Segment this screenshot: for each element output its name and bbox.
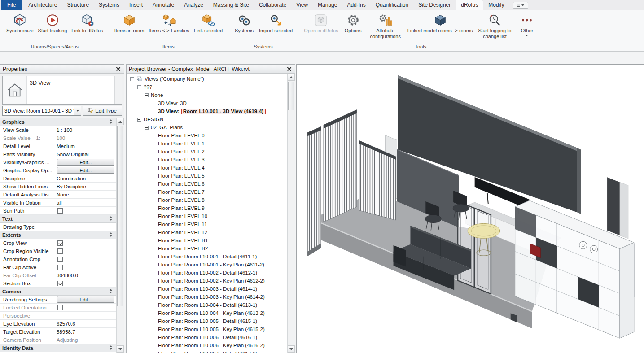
ribbon-tab-annotate[interactable]: Annotate	[148, 0, 179, 10]
tree-expander-icon[interactable]	[137, 85, 141, 89]
property-value[interactable]	[55, 207, 116, 214]
scrollbar-thumb[interactable]	[288, 82, 294, 110]
balcony-railing-mid[interactable]	[324, 110, 357, 222]
property-value[interactable]: all	[55, 199, 116, 206]
tree-item-floor-plan-room-l10-006-key-plan-4616-2[interactable]: Floor Plan: Room L10-006 - Key Plan (461…	[127, 341, 287, 349]
property-value[interactable]: By Discipline	[55, 183, 116, 190]
tree-item-floor-plan-level-b1[interactable]: Floor Plan: LEVEL B1	[127, 236, 287, 244]
property-value[interactable]: Medium	[55, 142, 116, 150]
tree-item-floor-plan-level-2[interactable]: Floor Plan: LEVEL 2	[127, 148, 287, 156]
property-section-camera[interactable]: Camera	[0, 288, 116, 296]
ribbon-button-start-tracking[interactable]: Start tracking	[36, 12, 69, 35]
tree-item-02-ga-plans[interactable]: 02_GA_Plans	[127, 123, 287, 131]
tree-item-floor-plan-room-l10-005-key-plan-4615-2[interactable]: Floor Plan: Room L10-005 - Key Plan (461…	[127, 325, 287, 333]
tree-item-none[interactable]: None	[127, 91, 287, 99]
property-value[interactable]: None	[55, 191, 116, 198]
property-value[interactable]: Edit...	[55, 296, 116, 303]
balcony-railing-left[interactable]	[307, 127, 321, 256]
tree-expander-icon[interactable]	[137, 118, 141, 122]
checkbox[interactable]	[57, 281, 63, 286]
tree-item-floor-plan-level-8[interactable]: Floor Plan: LEVEL 8	[127, 196, 287, 204]
checkbox[interactable]	[57, 208, 63, 214]
tree-item-floor-plan-level-3[interactable]: Floor Plan: LEVEL 3	[127, 156, 287, 164]
ribbon-tab-manage[interactable]: Manage	[313, 0, 342, 10]
tree-item-floor-plan-room-l10-003-key-plan-4614-2[interactable]: Floor Plan: Room L10-003 - Key Plan (461…	[127, 293, 287, 301]
tree-item-3d-view-3d[interactable]: 3D View: 3D	[127, 99, 287, 107]
property-value[interactable]: Adjusting	[55, 336, 116, 344]
tree-expander-icon[interactable]	[130, 77, 134, 81]
collapse-chevron-icon[interactable]	[108, 345, 114, 351]
tree-item-floor-plan-room-l10-007-detail-4617-1[interactable]: Floor Plan: Room L10-007 - Detail (4617-…	[127, 349, 287, 353]
tree-item-floor-plan-room-l10-004-key-plan-4613-2[interactable]: Floor Plan: Room L10-004 - Key Plan (461…	[127, 309, 287, 317]
edit-type-button[interactable]: Edit Type	[83, 106, 122, 116]
collapse-chevron-icon[interactable]	[108, 216, 114, 222]
type-selector[interactable]: 3D View	[2, 76, 122, 105]
property-value[interactable]: 62570.6	[55, 320, 116, 327]
tree-item-floor-plan-level-4[interactable]: Floor Plan: LEVEL 4	[127, 164, 287, 172]
property-value[interactable]: 304800.0	[55, 271, 116, 279]
property-value[interactable]	[55, 239, 116, 247]
tree-item-floor-plan-level-10[interactable]: Floor Plan: LEVEL 10	[127, 212, 287, 220]
properties-title-bar[interactable]: Properties	[0, 65, 124, 74]
ribbon-tab-site-designer[interactable]: Site Designer	[413, 0, 456, 10]
ribbon-tab-analyze[interactable]: Analyze	[179, 0, 208, 10]
property-value[interactable]: 100	[55, 134, 116, 142]
property-value[interactable]	[55, 279, 116, 287]
ribbon-tab-insert[interactable]: Insert	[124, 0, 148, 10]
ribbon-button-import-selected[interactable]: Import selected	[257, 12, 294, 35]
chevron-down-icon[interactable]	[74, 106, 81, 115]
ribbon-tab-drofus[interactable]: dRofus	[456, 0, 483, 10]
tree-item-floor-plan-level-9[interactable]: Floor Plan: LEVEL 9	[127, 204, 287, 212]
ribbon-button-link-to-drofus[interactable]: Link to dRofus	[70, 12, 105, 35]
collapse-chevron-icon[interactable]	[108, 289, 114, 294]
tree-item-design[interactable]: DESIGN	[127, 115, 287, 123]
tree-item-floor-plan-level-12[interactable]: Floor Plan: LEVEL 12	[127, 228, 287, 236]
ribbon-button-other[interactable]: Other	[515, 12, 539, 37]
property-section-text[interactable]: Text	[0, 215, 116, 223]
property-value[interactable]	[55, 247, 116, 255]
checkbox[interactable]	[57, 265, 63, 270]
tree-expander-icon[interactable]	[145, 93, 149, 97]
tree-item-floor-plan-room-l10-001-detail-4611-1[interactable]: Floor Plan: Room L10-001 - Detail (4611-…	[127, 253, 287, 261]
3d-viewport[interactable]	[296, 64, 644, 353]
checkbox[interactable]	[57, 257, 63, 262]
edit-button[interactable]: Edit...	[57, 167, 114, 174]
ribbon-button-linked-model-rooms-rooms[interactable]: Linked model rooms -> rooms	[406, 12, 475, 35]
tree-item-floor-plan-level-1[interactable]: Floor Plan: LEVEL 1	[127, 139, 287, 148]
scroll-down-icon[interactable]	[117, 345, 124, 353]
tree-item-floor-plan-level-0[interactable]: Floor Plan: LEVEL 0	[127, 131, 287, 139]
checkbox[interactable]	[57, 240, 63, 246]
type-selector-scrollbar[interactable]	[114, 76, 122, 104]
checkbox[interactable]	[57, 248, 63, 254]
property-value[interactable]: 58958.7	[55, 328, 116, 336]
tree-item-floor-plan-room-l10-001-key-plan-4611-2[interactable]: Floor Plan: Room L10-001 - Key Plan (461…	[127, 261, 287, 269]
tree-item-floor-plan-room-l10-005-detail-4615-1[interactable]: Floor Plan: Room L10-005 - Detail (4615-…	[127, 317, 287, 325]
tree-item-3d-view-room-l10-001-3d-view-4619-4[interactable]: 3D View:Room L10-001 - 3D View (4619-4)	[127, 107, 287, 115]
view-instance-combo[interactable]: 3D View: Room L10-001 - 3D Vi	[2, 106, 81, 116]
property-value[interactable]: Edit...	[55, 158, 116, 166]
tree-item-floor-plan-level-11[interactable]: Floor Plan: LEVEL 11	[127, 220, 287, 228]
property-value[interactable]: Coordination	[55, 174, 116, 182]
tree-item-floor-plan-room-l10-004-detail-4613-1[interactable]: Floor Plan: Room L10-004 - Detail (4613-…	[127, 301, 287, 309]
ribbon-display-toggle[interactable]	[513, 2, 528, 9]
property-value[interactable]	[55, 304, 116, 311]
property-section-extents[interactable]: Extents	[0, 231, 116, 239]
property-value[interactable]: 1 : 100	[55, 126, 116, 134]
ribbon-tab-systems[interactable]: Systems	[94, 0, 124, 10]
tree-item-floor-plan-room-l10-003-detail-4614-1[interactable]: Floor Plan: Room L10-003 - Detail (4614-…	[127, 285, 287, 293]
property-value[interactable]: Show Original	[55, 150, 116, 158]
project-browser-title-bar[interactable]: Project Browser - Complex_Model_ARCH_Wik…	[127, 65, 295, 74]
ribbon-button-items-families[interactable]: Items <-> Families	[147, 12, 191, 35]
edit-button[interactable]: Edit...	[57, 159, 114, 166]
ribbon-tab-quantification[interactable]: Quantification	[371, 0, 413, 10]
collapse-chevron-icon[interactable]	[108, 232, 114, 238]
scroll-down-icon[interactable]	[288, 345, 295, 353]
ribbon-tab-view[interactable]: View	[291, 0, 313, 10]
property-value[interactable]	[55, 223, 116, 231]
property-section-graphics[interactable]: Graphics	[0, 118, 116, 126]
ribbon-button-open-in-drofus[interactable]: Open in dRofus	[302, 12, 340, 35]
ribbon-button-systems[interactable]: Systems	[232, 12, 256, 35]
close-icon[interactable]	[115, 66, 122, 72]
properties-scrollbar[interactable]	[116, 118, 124, 353]
ribbon-tab-architecture[interactable]: Architecture	[23, 0, 62, 10]
